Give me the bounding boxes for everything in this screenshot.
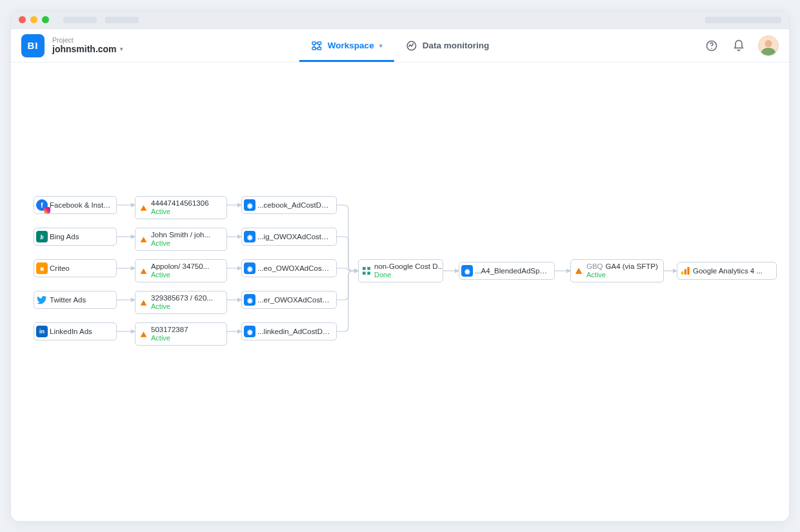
app-window: BI Project johnsmith.com ▾ Workspace ▾ D… (10, 10, 790, 522)
bigquery-icon: ◉ (242, 326, 257, 337)
node-ga4[interactable]: Google Analytics 4 ... (677, 262, 777, 280)
node-source[interactable]: Twitter Ads (34, 291, 117, 309)
svg-rect-21 (367, 267, 370, 270)
node-pipeline-title: 503172387 (151, 326, 188, 335)
svg-rect-0 (312, 42, 315, 44)
svg-point-6 (711, 48, 712, 49)
node-bq-label: ...linkedin_AdCostData (257, 328, 336, 335)
bing-icon: b (34, 231, 50, 242)
titlebar-placeholder (63, 17, 97, 23)
node-bq-label: ...cebook_AdCostData (257, 201, 336, 209)
node-source-label: LinkedIn Ads (50, 328, 116, 335)
window-minimize-icon[interactable] (30, 16, 37, 23)
ga-icon (135, 204, 151, 212)
pipeline-edges (11, 63, 789, 521)
project-label: Project (52, 36, 123, 44)
window-titlebar (11, 11, 789, 29)
node-source[interactable]: inLinkedIn Ads (34, 322, 117, 340)
node-source[interactable]: bBing Ads (34, 228, 117, 246)
ga4-icon (677, 266, 693, 276)
bigquery-icon: ◉ (459, 265, 475, 277)
chevron-down-icon: ▾ (379, 43, 383, 49)
node-pipeline[interactable]: John Smith / joh...Active (135, 228, 227, 251)
titlebar-placeholder (705, 17, 781, 23)
tab-monitoring-label: Data monitoring (423, 41, 490, 50)
node-transform-status: Done (374, 271, 437, 279)
workspace-icon (311, 40, 323, 52)
svg-rect-22 (363, 271, 366, 275)
node-bq-label: ...er_OWOXAdCostData (257, 296, 336, 304)
project-switcher[interactable]: Project johnsmith.com ▾ (52, 36, 123, 54)
node-pipeline-title: John Smith / joh... (151, 231, 210, 240)
ga-icon (135, 267, 151, 275)
chevron-down-icon: ▾ (120, 46, 123, 52)
tab-workspace[interactable]: Workspace ▾ (299, 29, 394, 62)
svg-rect-26 (687, 267, 689, 275)
monitoring-icon (406, 40, 417, 52)
window-close-icon[interactable] (19, 16, 26, 23)
node-pipeline[interactable]: 44447414561306Active (135, 196, 227, 219)
node-transform[interactable]: non-Google Cost D... Done (358, 259, 443, 282)
node-pipeline[interactable]: 329385673 / 620...Active (135, 291, 227, 314)
node-pipeline[interactable]: Appolon/ 34750...Active (135, 259, 227, 282)
node-pipeline-status: Active (151, 334, 188, 342)
bigquery-icon: ◉ (242, 231, 257, 242)
criteo-icon: ■ (34, 262, 50, 274)
svg-rect-3 (317, 47, 321, 50)
svg-rect-23 (367, 271, 370, 275)
main-tabs: Workspace ▾ Data monitoring (299, 29, 501, 62)
node-bq-table[interactable]: ◉...er_OWOXAdCostData (241, 291, 337, 309)
node-source-label: Twitter Ads (50, 296, 116, 304)
node-bq-table[interactable]: ◉...cebook_AdCostData (241, 196, 337, 214)
node-source-label: Facebook & Insta... (50, 201, 116, 209)
node-sftp-status: Active (586, 271, 658, 279)
node-transform-title: non-Google Cost D... (374, 262, 437, 271)
node-pipeline-status: Active (151, 239, 210, 248)
avatar[interactable] (758, 35, 779, 56)
node-blended[interactable]: ◉ ...A4_BlendedAdSpend (459, 262, 555, 280)
node-source[interactable]: ■Criteo (34, 259, 117, 277)
ga-icon (135, 299, 151, 307)
tab-workspace-label: Workspace (328, 41, 374, 50)
node-pipeline[interactable]: 503172387Active (135, 322, 227, 346)
node-ga4-label: Google Analytics 4 ... (693, 267, 776, 275)
facebook-icon: f (34, 199, 50, 211)
node-source-label: Criteo (50, 264, 116, 272)
workspace-canvas[interactable]: fFacebook & Insta...bBing Ads■CriteoTwit… (11, 63, 789, 521)
app-logo[interactable]: BI (21, 34, 45, 57)
project-name: johnsmith.com (52, 44, 117, 54)
node-source-label: Bing Ads (50, 233, 116, 241)
node-pipeline-title: Appolon/ 34750... (151, 262, 209, 271)
node-bq-table[interactable]: ◉...ig_OWOXAdCostData (241, 228, 337, 246)
bigquery-icon: ◉ (242, 294, 257, 306)
svg-rect-24 (681, 271, 683, 275)
node-bq-table[interactable]: ◉...linkedin_AdCostData (241, 322, 337, 340)
node-bq-table[interactable]: ◉...eo_OWOXAdCostData (241, 259, 337, 277)
node-pipeline-status: Active (151, 271, 209, 279)
help-icon[interactable] (704, 38, 719, 54)
svg-rect-20 (363, 267, 366, 270)
titlebar-placeholder (105, 17, 139, 23)
node-pipeline-title: 329385673 / 620... (151, 294, 213, 303)
transform-icon (359, 266, 374, 276)
bigquery-icon: ◉ (242, 199, 257, 211)
node-pipeline-status: Active (151, 208, 209, 216)
node-source[interactable]: fFacebook & Insta... (34, 196, 117, 214)
node-pipeline-title: 44447414561306 (151, 199, 209, 208)
ga-icon (135, 330, 151, 339)
svg-rect-25 (685, 269, 686, 275)
node-sftp[interactable]: GBQGA4 (via SFTP) Active (570, 259, 664, 282)
bigquery-icon: ◉ (242, 262, 257, 274)
svg-rect-2 (312, 47, 315, 50)
node-pipeline-status: Active (151, 302, 213, 311)
bell-icon[interactable] (731, 38, 746, 54)
svg-rect-1 (317, 42, 321, 44)
node-sftp-title: GBQGA4 (via SFTP) (586, 262, 658, 271)
ga-icon (571, 266, 586, 275)
twitter-icon (34, 295, 50, 305)
node-blended-label: ...A4_BlendedAdSpend (475, 267, 554, 275)
tab-data-monitoring[interactable]: Data monitoring (394, 29, 501, 62)
linkedin-icon: in (34, 326, 50, 337)
window-zoom-icon[interactable] (42, 16, 49, 23)
app-header: BI Project johnsmith.com ▾ Workspace ▾ D… (11, 29, 789, 63)
